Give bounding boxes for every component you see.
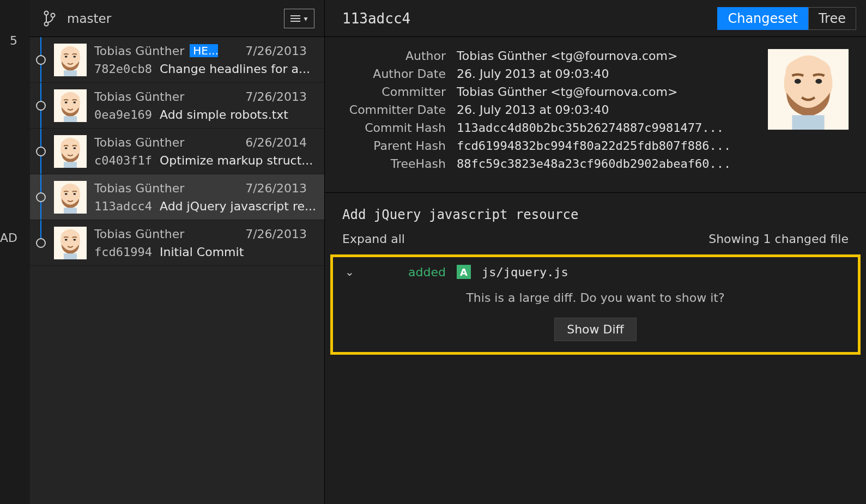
commit-hash: fcd61994 [94,245,152,259]
meta-label-committerdate: Committer Date [342,103,446,117]
avatar [54,227,87,259]
commits-panel: master ▾ Tobias Günther HE... 7/26/2013 … [30,0,325,504]
commit-author: Tobias Günther [94,181,184,195]
show-diff-button[interactable]: Show Diff [554,318,637,341]
commit-list: Tobias Günther HE... 7/26/2013 782e0cb8 … [30,37,324,504]
branch-name[interactable]: master [67,11,273,26]
meta-label-committer: Committer [342,85,446,99]
chevron-down-icon: ▾ [304,14,307,23]
commit-row[interactable]: Tobias Günther HE... 7/26/2013 782e0cb8 … [30,37,324,83]
graph-node [36,55,46,65]
file-row[interactable]: ⌄ added A js/jquery.js [333,257,858,284]
gutter-count: 5 [10,34,17,47]
meta-label-treehash: TreeHash [342,157,446,171]
commit-author: Tobias Günther [94,227,184,241]
head-badge: HE... [190,44,218,57]
meta-value-author: Tobias Günther <tg@fournova.com> [457,49,758,63]
svg-point-8 [51,13,55,17]
svg-point-7 [45,22,49,26]
svg-point-6 [45,11,49,15]
author-avatar [768,49,849,130]
file-added-badge: A [457,265,471,279]
tab-changeset[interactable]: Changeset [717,7,808,30]
avatar [54,89,87,122]
branch-icon [43,10,56,27]
commit-message: Add simple robots.txt [160,108,288,122]
commit-date: 7/26/2013 [245,181,318,195]
branch-menu-button[interactable]: ▾ [284,9,314,28]
graph-node [36,192,46,202]
commit-metadata: Author Tobias Günther <tg@fournova.com> … [325,37,866,193]
graph-node [36,101,46,111]
meta-label-commithash: Commit Hash [342,121,446,135]
commit-message: Change headlines for a... [160,62,310,76]
changed-files-box: ⌄ added A js/jquery.js This is a large d… [330,254,861,355]
commit-hash: 782e0cb8 [94,62,152,76]
avatar [54,135,87,168]
commit-message: Optimize markup struct... [160,154,313,167]
commit-author: Tobias Günther [94,90,184,104]
commit-row-selected[interactable]: Tobias Günther 7/26/2013 113adcc4 Add jQ… [30,174,324,220]
commit-author: Tobias Günther [94,44,184,58]
large-diff-message: This is a large diff. Do you want to sho… [333,284,858,318]
commit-date: 7/26/2013 [245,44,318,58]
commit-date: 7/26/2013 [245,90,318,104]
meta-label-authordate: Author Date [342,67,446,81]
meta-label-parenthash: Parent Hash [342,139,446,153]
commit-message: Add jQuery javascript re... [160,199,316,213]
meta-value-treehash: 88fc59c3823e48a23cf960db2902abeaf60... [457,157,758,171]
graph-node [36,147,46,156]
graph-node [36,238,46,248]
commit-hash: c0403f1f [94,154,152,167]
meta-value-committer: Tobias Günther <tg@fournova.com> [457,85,758,99]
commit-row[interactable]: Tobias Günther 6/26/2014 c0403f1f Optimi… [30,129,324,174]
gutter-tag: AD [0,231,17,245]
meta-value-authordate: 26. July 2013 at 09:03:40 [457,67,758,81]
files-summary: Showing 1 changed file [708,232,849,246]
file-status: added [408,265,446,279]
commit-date: 6/26/2014 [245,136,318,149]
details-panel: 113adcc4 Changeset Tree Author Tobias Gü… [325,0,866,504]
menu-icon [290,15,300,22]
chevron-down-icon[interactable]: ⌄ [345,265,357,278]
branch-header: master ▾ [30,0,324,37]
expand-all-button[interactable]: Expand all [342,232,405,246]
commit-date: 7/26/2013 [245,227,318,241]
details-title: 113adcc4 [342,10,707,27]
file-path: js/jquery.js [482,265,568,279]
commit-row[interactable]: Tobias Günther 7/26/2013 0ea9e169 Add si… [30,83,324,129]
commit-author: Tobias Günther [94,136,184,149]
meta-label-author: Author [342,49,446,63]
commit-hash: 113adcc4 [94,199,152,213]
meta-value-parenthash: fcd61994832bc994f80a22d25fdb807f886... [457,139,758,153]
meta-value-commithash: 113adcc4d80b2bc35b26274887c9981477... [457,121,758,135]
avatar [54,181,87,214]
commit-message: Initial Commit [160,245,244,259]
meta-value-committerdate: 26. July 2013 at 09:03:40 [457,103,758,117]
commit-hash: 0ea9e169 [94,108,152,122]
commit-row[interactable]: Tobias Günther 7/26/2013 fcd61994 Initia… [30,220,324,266]
tab-tree[interactable]: Tree [808,7,856,30]
avatar [54,44,87,76]
details-header: 113adcc4 Changeset Tree [325,0,866,37]
full-commit-message: Add jQuery javascript resource [325,193,866,232]
